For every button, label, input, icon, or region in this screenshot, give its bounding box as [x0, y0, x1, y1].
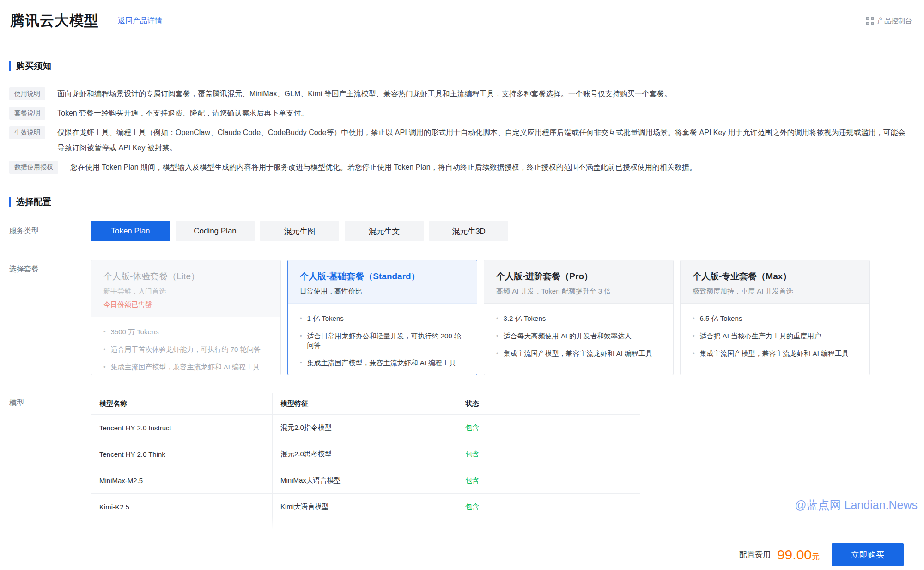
plan-card-max[interactable]: 个人版-专业套餐（Max） 极致额度加持，重度 AI 开发首选 •6.5 亿 T… [680, 260, 870, 375]
service-type-label: 服务类型 [9, 221, 91, 241]
plan-cards: 个人版-体验套餐（Lite） 新手尝鲜，入门首选 今日份额已售罄 •3500 万… [91, 260, 876, 375]
plan-feature: •适合日常用龙虾办公和轻量开发，可执行约 200 轮问答 [300, 331, 465, 350]
bullet-icon: • [496, 314, 498, 323]
plan-feature: •适合用于首次体验龙虾能力，可执行约 70 轮问答 [103, 345, 268, 354]
grid-icon [866, 17, 874, 25]
page-title: 腾讯云大模型 [10, 11, 99, 31]
price-currency: 元 [812, 552, 820, 562]
model-name-cell: Tencent HY 2.0 Think [91, 441, 273, 467]
plan-feature: •集成主流国产模型，兼容主流龙虾和 AI 编程工具 [496, 349, 661, 358]
bullet-icon: • [300, 314, 302, 323]
console-label: 产品控制台 [877, 17, 912, 25]
notice-row: 生效说明 仅限在龙虾工具、编程工具（例如：OpenClaw、Claude Cod… [9, 125, 907, 155]
model-name-cell: GLM-5 [91, 520, 273, 534]
plan-card-pro[interactable]: 个人版-进阶套餐（Pro） 高频 AI 开发，Token 配额提升至 3 倍 •… [484, 260, 674, 375]
section-bar [9, 197, 11, 207]
plan-card-standard[interactable]: 个人版-基础套餐（Standard） 日常使用，高性价比 •1 亿 Tokens… [287, 260, 477, 375]
bullet-icon: • [103, 327, 106, 337]
model-feature-cell: 混元2.0思考模型 [273, 441, 457, 467]
status-badge: 包含 [457, 520, 640, 534]
table-row: Kimi-K2.5 Kimi大语言模型 包含 [91, 494, 640, 520]
status-badge: 包含 [457, 415, 640, 441]
bullet-icon: • [693, 314, 695, 323]
table-row: GLM-5 智谱GLM-5模型 包含 [91, 520, 640, 534]
buy-now-button[interactable]: 立即购买 [832, 543, 904, 566]
plan-title: 个人版-体验套餐（Lite） [103, 270, 268, 282]
bullet-icon: • [103, 362, 106, 372]
plan-feature: •3500 万 Tokens [103, 327, 268, 337]
col-header-model-feature: 模型特征 [273, 393, 457, 415]
price-value: 99.00 [777, 547, 812, 563]
notice-badge: 生效说明 [9, 126, 45, 139]
config-section-title: 选择配置 [9, 196, 913, 208]
tab-hunyuan-text[interactable]: 混元生文 [345, 221, 424, 241]
bullet-icon: • [496, 331, 498, 341]
tab-hunyuan-image[interactable]: 混元生图 [260, 221, 339, 241]
bullet-icon: • [300, 358, 302, 368]
watermark: @蓝点网 Landian.News [795, 497, 918, 513]
model-name-cell: Kimi-K2.5 [91, 494, 273, 520]
model-label: 模型 [9, 393, 91, 533]
bullet-icon: • [300, 331, 302, 350]
table-row: Tencent HY 2.0 Think 混元2.0思考模型 包含 [91, 441, 640, 467]
tab-coding-plan[interactable]: Coding Plan [176, 221, 255, 241]
notice-badge: 套餐说明 [9, 107, 45, 120]
section-bar [9, 61, 11, 71]
model-feature-cell: Kimi大语言模型 [273, 494, 457, 520]
model-name-cell: Tencent HY 2.0 Instruct [91, 415, 273, 441]
tab-hunyuan-3d[interactable]: 混元生3D [429, 221, 508, 241]
notice-text: Token 套餐一经购买开通，不支持退费、降配，请您确认需求后再下单支付。 [57, 105, 308, 121]
notice-badge: 使用说明 [9, 87, 45, 100]
notice-row: 套餐说明 Token 套餐一经购买开通，不支持退费、降配，请您确认需求后再下单支… [9, 105, 907, 121]
plan-feature: •集成主流国产模型，兼容主流龙虾和 AI 编程工具 [103, 362, 268, 372]
plan-title: 个人版-基础套餐（Standard） [300, 270, 465, 282]
model-feature-cell: 智谱GLM-5模型 [273, 520, 457, 534]
model-table: 模型名称 模型特征 状态 Tencent HY 2.0 Instruct 混元2… [91, 393, 640, 533]
title-divider [109, 16, 109, 26]
service-type-tabs: Token Plan Coding Plan 混元生图 混元生文 混元生3D [91, 221, 514, 241]
bullet-icon: • [496, 349, 498, 358]
model-feature-cell: 混元2.0指令模型 [273, 415, 457, 441]
console-button[interactable]: 产品控制台 [866, 17, 912, 25]
bullet-icon: • [103, 345, 106, 354]
notice-section-title: 购买须知 [9, 60, 907, 72]
plan-feature: •适合把 AI 当核心生产力工具的重度用户 [693, 331, 857, 341]
col-header-status: 状态 [457, 393, 640, 415]
page-header: 腾讯云大模型 返回产品详情 产品控制台 [10, 11, 912, 31]
bullet-icon: • [693, 349, 695, 358]
plan-subtitle: 高频 AI 开发，Token 配额提升至 3 倍 [496, 287, 661, 296]
plan-title: 个人版-进阶套餐（Pro） [496, 270, 661, 282]
table-header-row: 模型名称 模型特征 状态 [91, 393, 640, 415]
plan-select-label: 选择套餐 [9, 260, 91, 375]
plan-feature: •6.5 亿 Tokens [693, 314, 857, 323]
notice-row: 使用说明 面向龙虾和编程场景设计的专属订阅套餐，覆盖腾讯混元、MiniMax、G… [9, 86, 907, 101]
fee-price: 99.00元 [777, 547, 820, 563]
plan-subtitle: 极致额度加持，重度 AI 开发首选 [693, 287, 857, 296]
plan-card-lite[interactable]: 个人版-体验套餐（Lite） 新手尝鲜，入门首选 今日份额已售罄 •3500 万… [91, 260, 281, 375]
plan-subtitle: 新手尝鲜，入门首选 [103, 287, 268, 296]
plan-title: 个人版-专业套餐（Max） [693, 270, 857, 282]
status-badge: 包含 [457, 467, 640, 494]
plan-subtitle: 日常使用，高性价比 [300, 287, 465, 296]
notice-text: 仅限在龙虾工具、编程工具（例如：OpenClaw、Claude Code、Cod… [57, 125, 907, 155]
model-name-cell: MiniMax-M2.5 [91, 467, 273, 494]
model-table-wrap: 模型名称 模型特征 状态 Tencent HY 2.0 Instruct 混元2… [91, 393, 641, 533]
status-badge: 包含 [457, 441, 640, 467]
notice-text: 面向龙虾和编程场景设计的专属订阅套餐，覆盖腾讯混元、MiniMax、GLM、Ki… [57, 86, 672, 101]
tab-token-plan[interactable]: Token Plan [91, 221, 170, 241]
plan-feature: •1 亿 Tokens [300, 314, 465, 323]
config-section: 选择配置 服务类型 Token Plan Coding Plan 混元生图 混元… [9, 196, 913, 533]
back-to-product-link[interactable]: 返回产品详情 [118, 16, 162, 26]
plan-soldout-text: 今日份额已售罄 [103, 300, 268, 309]
notice-text: 您在使用 Token Plan 期间，模型输入及模型生成的内容将用于服务改进与模… [70, 159, 697, 175]
plan-feature: •集成主流国产模型，兼容主流龙虾和 AI 编程工具 [693, 349, 857, 358]
status-badge: 包含 [457, 494, 640, 520]
fee-label: 配置费用 [739, 549, 771, 560]
notice-row: 数据使用授权 您在使用 Token Plan 期间，模型输入及模型生成的内容将用… [9, 159, 907, 175]
table-row: Tencent HY 2.0 Instruct 混元2.0指令模型 包含 [91, 415, 640, 441]
plan-feature: •3.2 亿 Tokens [496, 314, 661, 323]
plan-feature: •适合每天高频使用 AI 的开发者和效率达人 [496, 331, 661, 341]
notice-badge: 数据使用授权 [9, 161, 58, 174]
col-header-model-name: 模型名称 [91, 393, 273, 415]
purchase-bar: 配置费用 99.00元 立即购买 [0, 539, 924, 570]
